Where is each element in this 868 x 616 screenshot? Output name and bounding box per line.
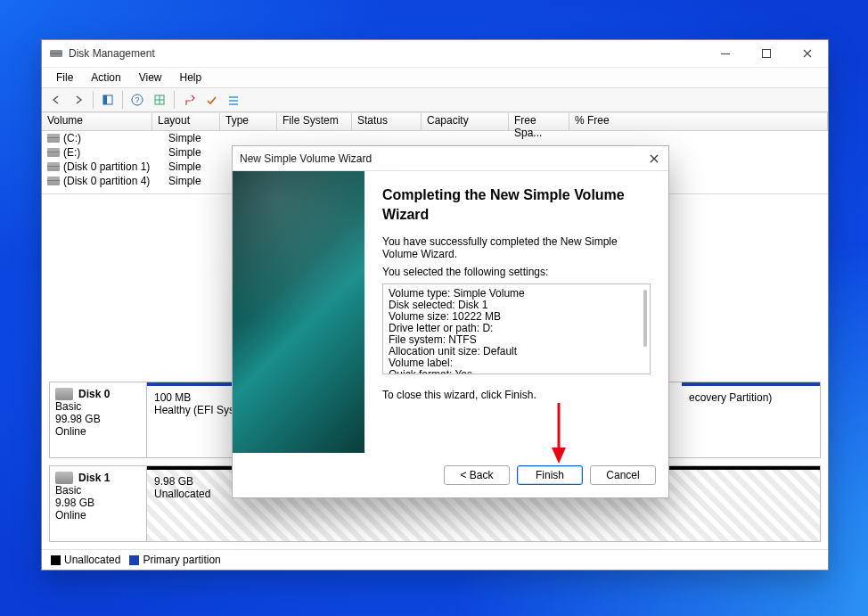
setting-line: Quick format: Yes — [389, 369, 644, 374]
col-volume[interactable]: Volume — [42, 112, 152, 130]
hdd-icon — [55, 472, 73, 484]
col-freespace[interactable]: Free Spa... — [509, 112, 569, 130]
setting-line: Volume label: — [389, 357, 644, 369]
list-view-button[interactable] — [223, 89, 244, 111]
wizard-heading: Completing the New Simple Volume Wizard — [382, 185, 651, 225]
partition-status: Healthy (EFI Syste — [154, 404, 250, 416]
minimize-button[interactable] — [705, 40, 746, 67]
disk-state: Online — [55, 509, 141, 522]
volume-name: (E:) — [63, 146, 80, 159]
disk-partitions[interactable]: 9.98 GB Unallocated — [147, 466, 820, 541]
menubar: File Action View Help — [42, 68, 828, 88]
list-item[interactable]: (C:) Simple — [42, 131, 828, 145]
list-item[interactable]: (E:) Simple — [42, 145, 828, 160]
svg-rect-3 — [721, 53, 730, 54]
svg-rect-1 — [50, 53, 62, 54]
wizard-complete-text: You have successfully completed the New … — [382, 235, 651, 260]
volume-layout: Simple — [163, 146, 242, 159]
col-capacity[interactable]: Capacity — [422, 112, 509, 130]
dialog-titlebar[interactable]: New Simple Volume Wizard — [233, 146, 668, 171]
volume-name: (Disk 0 partition 4) — [63, 175, 150, 187]
wizard-banner — [233, 171, 364, 453]
svg-rect-0 — [50, 50, 62, 57]
toolbar-separator — [174, 91, 175, 109]
legend-primary: Primary partition — [143, 554, 220, 566]
legend-swatch-unallocated — [51, 555, 61, 565]
setting-line: Allocation unit size: Default — [389, 346, 644, 357]
col-layout[interactable]: Layout — [152, 112, 220, 130]
toolbar-separator — [122, 91, 123, 109]
col-type[interactable]: Type — [220, 112, 277, 130]
volume-list[interactable]: (C:) Simple (E:) Simple (Disk 0 partitio… — [42, 131, 828, 193]
disk-size: 9.98 GB — [55, 497, 141, 509]
disk-name: Disk 1 — [78, 472, 110, 484]
dialog-close-button[interactable] — [645, 150, 663, 168]
disk-state: Online — [55, 425, 141, 438]
desktop: Disk Management File Action View Help ? — [0, 0, 868, 616]
disk-type: Basic — [55, 484, 141, 497]
svg-rect-12 — [229, 103, 238, 105]
menu-help[interactable]: Help — [171, 70, 211, 86]
svg-rect-9 — [155, 95, 164, 104]
disk-management-window: Disk Management File Action View Help ? — [41, 39, 829, 571]
svg-rect-4 — [763, 50, 771, 58]
finish-button[interactable]: Finish — [517, 465, 583, 485]
wizard-settings-intro: You selected the following settings: — [382, 266, 651, 278]
disk-partitions[interactable]: 100 MB Healthy (EFI Syste ecovery Partit… — [147, 382, 820, 457]
volume-name: (Disk 0 partition 1) — [63, 160, 150, 173]
volume-icon — [47, 148, 60, 157]
setting-line: Volume size: 10222 MB — [389, 311, 644, 323]
partition-status: ecovery Partition) — [689, 391, 813, 404]
menu-action[interactable]: Action — [82, 70, 129, 86]
partition-size: 9.98 GB — [154, 475, 813, 488]
volume-icon — [47, 134, 60, 143]
disk-pane: Disk 1 Basic 9.98 GB Online 9.98 GB Unal… — [49, 465, 821, 542]
close-button[interactable] — [787, 40, 828, 67]
nav-back-button[interactable] — [45, 89, 67, 111]
volume-layout: Simple — [163, 160, 242, 173]
col-filesystem[interactable]: File System — [277, 112, 352, 130]
cancel-button[interactable]: Cancel — [590, 465, 656, 485]
volume-icon — [47, 162, 60, 171]
list-item[interactable]: (Disk 0 partition 1) Simple — [42, 160, 828, 174]
volume-name: (C:) — [63, 132, 81, 144]
svg-marker-14 — [552, 448, 566, 464]
menu-view[interactable]: View — [130, 70, 171, 86]
legend: Unallocated Primary partition — [42, 549, 828, 570]
svg-rect-5 — [103, 95, 112, 104]
help-button[interactable]: ? — [127, 89, 148, 111]
svg-rect-6 — [103, 95, 107, 104]
dialog-title: New Simple Volume Wizard — [240, 152, 372, 165]
commit-button[interactable] — [201, 89, 222, 111]
new-simple-volume-wizard: New Simple Volume Wizard Completing the … — [232, 145, 669, 498]
disk-type: Basic — [55, 400, 141, 413]
back-button[interactable]: < Back — [444, 465, 510, 485]
maximize-button[interactable] — [746, 40, 787, 67]
hdd-icon — [55, 388, 73, 400]
volume-layout: Simple — [163, 175, 242, 187]
refresh-button[interactable] — [178, 89, 200, 111]
menu-file[interactable]: File — [47, 70, 82, 86]
nav-forward-button[interactable] — [68, 89, 89, 111]
volume-layout: Simple — [163, 132, 242, 144]
legend-swatch-primary — [129, 555, 139, 565]
partition[interactable]: 100 MB Healthy (EFI Syste — [147, 382, 258, 457]
partition-unallocated[interactable]: 9.98 GB Unallocated — [147, 466, 820, 541]
scrollbar[interactable] — [643, 290, 647, 347]
wizard-settings-box[interactable]: Volume type: Simple Volume Disk selected… — [382, 283, 651, 374]
col-status[interactable]: Status — [352, 112, 422, 130]
legend-unallocated: Unallocated — [64, 554, 120, 566]
settings-grid-button[interactable] — [149, 89, 170, 111]
list-item[interactable]: (Disk 0 partition 4) Simple — [42, 174, 828, 188]
partition-status: Unallocated — [154, 488, 813, 500]
toolbar-separator — [93, 91, 94, 109]
toolbar: ? — [42, 88, 828, 112]
show-hide-console-tree-button[interactable] — [97, 89, 119, 111]
wizard-button-row: < Back Finish Cancel — [233, 453, 668, 497]
partition[interactable]: ecovery Partition) — [682, 382, 820, 457]
disk-name: Disk 0 — [78, 388, 110, 400]
titlebar[interactable]: Disk Management — [42, 40, 828, 68]
col-percentfree[interactable]: % Free — [569, 112, 828, 130]
wizard-close-hint: To close this wizard, click Finish. — [382, 389, 651, 401]
svg-text:?: ? — [135, 95, 139, 104]
